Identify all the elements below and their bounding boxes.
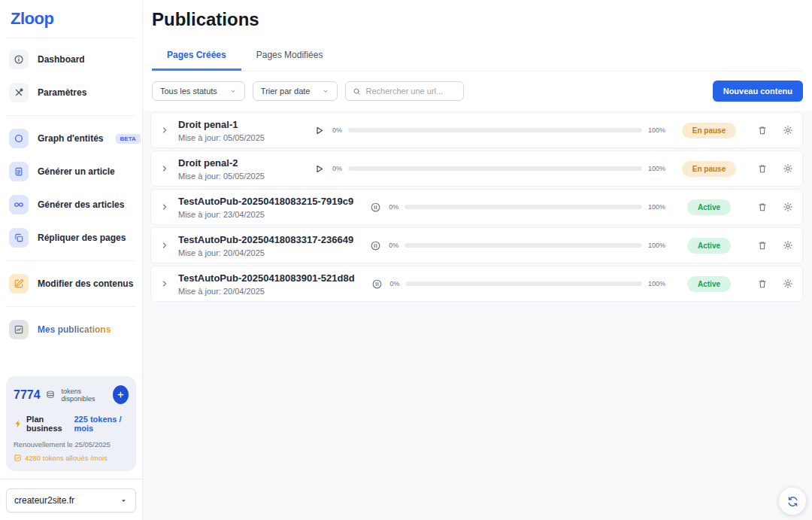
tab-pages-modifiees[interactable]: Pages Modifiées <box>241 42 338 71</box>
publication-info: TestAutoPub-20250418083317-236649 Mise à… <box>178 234 353 257</box>
gear-icon[interactable] <box>783 278 793 289</box>
sidebar-item-label: Paramètres <box>38 87 86 98</box>
sidebar-item-repliquer-des-pages[interactable]: Répliquer des pages <box>6 224 136 252</box>
caret-down-icon <box>120 497 128 505</box>
site-selector[interactable]: createur2site.fr <box>6 488 136 512</box>
chevron-right-icon[interactable] <box>160 279 169 288</box>
publication-info: TestAutoPub-20250418083215-7919c9 Mise à… <box>178 196 353 219</box>
publication-title: TestAutoPub-20250418083215-7919c9 <box>178 196 353 207</box>
publication-row[interactable]: TestAutoPub-20250418083901-521d8d Mise à… <box>150 266 803 302</box>
chevron-down-icon <box>229 87 237 95</box>
tokens-count: 7774 <box>14 388 41 402</box>
gear-icon[interactable] <box>783 163 793 174</box>
site-selector-value: createur2site.fr <box>14 495 74 506</box>
trash-icon[interactable] <box>757 278 768 289</box>
progress-start-label: 0% <box>389 242 398 249</box>
status-badge-column: En pause <box>676 123 742 138</box>
publication-updated: Mise à jour: 05/05/2025 <box>178 172 297 181</box>
sidebar-item-mes-publications[interactable]: Mes publications <box>6 315 136 344</box>
status-filter-select[interactable]: Tous les statuts <box>152 81 245 101</box>
copy-icon <box>9 228 29 248</box>
publication-row[interactable]: Droit penal-1 Mise à jour: 05/05/2025 0%… <box>150 112 803 148</box>
trash-icon[interactable] <box>757 125 768 135</box>
circle-icon <box>9 129 29 148</box>
progress-end-label: 100% <box>648 280 665 287</box>
progress-bar <box>404 243 642 248</box>
sidebar-item-graph-d-entites[interactable]: Graph d'entités BETA <box>6 124 136 153</box>
chevron-right-icon[interactable] <box>160 126 169 135</box>
sidebar-item-dashboard[interactable]: Dashboard <box>6 45 136 74</box>
document-icon <box>9 162 29 181</box>
chevron-down-icon <box>322 87 329 95</box>
trend-icon <box>14 454 22 462</box>
trash-icon[interactable] <box>757 240 768 251</box>
sidebar-bottom: createur2site.fr <box>0 479 142 520</box>
publications-list: Droit penal-1 Mise à jour: 05/05/2025 0%… <box>150 112 803 302</box>
search-input[interactable] <box>365 87 456 96</box>
pause-circle-icon[interactable] <box>370 202 381 213</box>
tab-bar: Pages Créées Pages Modifiées <box>152 42 803 71</box>
gear-icon[interactable] <box>783 125 793 135</box>
sidebar: Zloop Dashboard Paramètres Graph d'entit… <box>0 0 143 520</box>
filters-bar: Tous les statuts Trier par date Nouveau … <box>152 71 803 111</box>
trash-icon[interactable] <box>757 163 768 174</box>
sidebar-item-label: Générer des articles <box>38 199 124 210</box>
progress-start-label: 0% <box>332 165 342 172</box>
pause-circle-icon[interactable] <box>371 278 383 290</box>
chevron-right-icon[interactable] <box>160 202 169 211</box>
coins-icon <box>45 390 56 400</box>
search-icon <box>353 87 361 96</box>
sidebar-item-label: Dashboard <box>38 54 85 65</box>
progress-end-label: 100% <box>648 126 665 134</box>
info-icon <box>9 50 29 69</box>
tokens-panel: 7774 tokens disponibles Plan business 22… <box>6 376 136 471</box>
progress-start-label: 0% <box>390 280 400 287</box>
publication-row[interactable]: TestAutoPub-20250418083215-7919c9 Mise à… <box>150 189 803 225</box>
publication-row[interactable]: Droit penal-2 Mise à jour: 05/05/2025 0%… <box>150 151 803 187</box>
progress-end-label: 100% <box>648 203 665 211</box>
status-badge: Active <box>687 276 731 292</box>
sidebar-item-generer-des-articles[interactable]: Générer des articles <box>6 190 136 219</box>
main-content: Publications Pages Créées Pages Modifiée… <box>143 0 812 520</box>
gear-icon[interactable] <box>783 240 793 251</box>
plus-icon <box>116 390 126 400</box>
chevron-right-icon[interactable] <box>160 164 169 173</box>
divider <box>6 306 136 307</box>
search-box <box>345 81 464 101</box>
renewal-date: Renouvellement le 25/05/2025 <box>14 440 129 449</box>
sidebar-item-generer-un-article[interactable]: Générer un article <box>6 157 136 186</box>
edit-icon <box>9 274 29 293</box>
app-logo: Zloop <box>6 8 136 36</box>
publication-updated: Mise à jour: 05/05/2025 <box>178 133 297 142</box>
new-content-button[interactable]: Nouveau contenu <box>713 81 803 102</box>
add-tokens-button[interactable] <box>113 385 129 404</box>
sidebar-item-label: Générer un article <box>38 166 115 177</box>
sidebar-item-parametres[interactable]: Paramètres <box>6 78 136 107</box>
play-icon[interactable] <box>314 125 325 136</box>
status-badge: Active <box>687 199 731 215</box>
chevron-right-icon[interactable] <box>160 241 169 250</box>
status-filter-value: Tous les statuts <box>160 87 217 96</box>
status-badge-column: Active <box>676 276 742 292</box>
play-icon[interactable] <box>314 163 325 175</box>
page-title: Publications <box>152 9 803 30</box>
progress-bar <box>406 281 642 286</box>
allocated-tokens: 4280 tokens alloués /mois <box>14 454 129 462</box>
main-header: Publications Pages Créées Pages Modifiée… <box>143 0 812 111</box>
gear-icon[interactable] <box>783 202 793 212</box>
publication-row[interactable]: TestAutoPub-20250418083317-236649 Mise à… <box>150 227 803 263</box>
chart-icon <box>9 320 29 339</box>
progress-bar <box>348 128 642 132</box>
tab-pages-creees[interactable]: Pages Créées <box>152 42 241 71</box>
sidebar-item-label: Graph d'entités <box>38 133 104 144</box>
publication-info: Droit penal-1 Mise à jour: 05/05/2025 <box>178 119 297 142</box>
sort-select[interactable]: Trier par date <box>253 81 338 101</box>
pause-circle-icon[interactable] <box>370 240 381 251</box>
trash-icon[interactable] <box>757 202 768 212</box>
sidebar-item-modifier-des-contenus[interactable]: Modifier des contenus <box>6 269 136 298</box>
status-badge: En pause <box>682 161 736 177</box>
status-badge-column: En pause <box>676 161 742 177</box>
plan-quota-link[interactable]: 225 tokens / mois <box>74 415 129 433</box>
sidebar-item-label: Mes publications <box>38 324 111 335</box>
refresh-button[interactable] <box>779 488 806 515</box>
